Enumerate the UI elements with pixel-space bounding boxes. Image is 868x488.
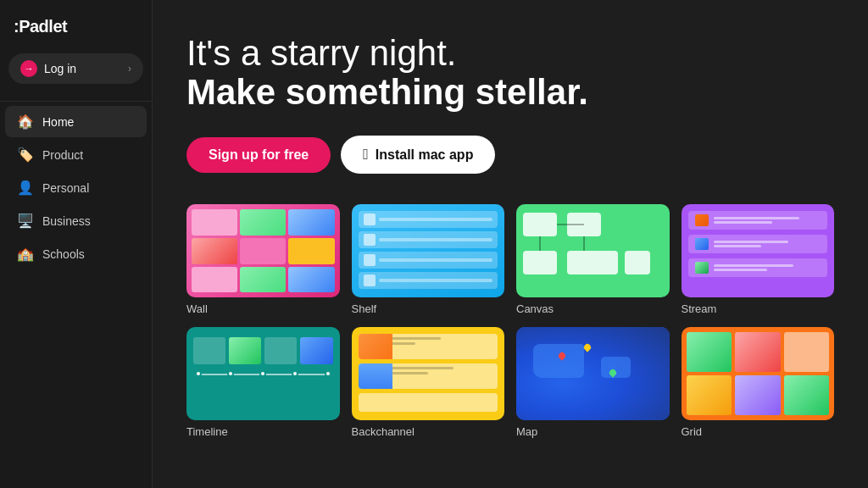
format-card-timeline[interactable]: Timeline xyxy=(186,327,340,438)
login-label: Log in xyxy=(44,62,76,75)
format-card-grid[interactable]: Grid xyxy=(682,327,835,438)
shelf-line xyxy=(379,238,493,241)
shelf-dot xyxy=(364,234,376,246)
formats-grid: Wall xyxy=(186,204,834,438)
format-card-backchannel[interactable]: Backchannel xyxy=(352,327,505,438)
login-button[interactable]: → Log in › xyxy=(8,53,143,84)
shelf-line xyxy=(379,218,493,221)
sidebar: :Padlet → Log in › 🏠 Home 🏷️ Product 👤 P… xyxy=(0,0,153,488)
product-icon: 🏷️ xyxy=(17,147,34,163)
format-card-canvas[interactable]: Canvas xyxy=(516,204,670,315)
chevron-right-icon: › xyxy=(128,63,131,75)
wall-cell xyxy=(240,267,286,293)
stream-thumbnail xyxy=(682,204,835,297)
format-card-stream[interactable]: Stream xyxy=(682,204,835,315)
stream-card xyxy=(688,211,828,230)
home-icon: 🏠 xyxy=(17,114,34,130)
format-label-stream: Stream xyxy=(682,302,835,315)
format-label-canvas: Canvas xyxy=(516,302,670,315)
logo: :Padlet xyxy=(0,10,152,50)
timeline-card xyxy=(229,337,261,364)
map-thumbnail xyxy=(516,327,670,420)
logo-text: :Padlet xyxy=(14,17,67,36)
stream-card xyxy=(688,235,828,253)
grid-cell xyxy=(784,332,830,372)
shelf-row xyxy=(359,272,498,289)
grid-cell xyxy=(687,375,732,415)
install-label: Install mac app xyxy=(376,147,474,163)
business-icon: 🖥️ xyxy=(17,213,34,229)
format-card-map[interactable]: Map xyxy=(516,327,670,438)
bc-img xyxy=(359,363,392,389)
nav-divider xyxy=(0,101,152,102)
timeline-card xyxy=(193,337,225,364)
shelf-row xyxy=(359,211,498,228)
timeline-dots xyxy=(195,370,331,377)
stream-text xyxy=(714,217,821,224)
bc-img xyxy=(359,334,392,359)
timeline-dot xyxy=(259,370,266,377)
timeline-dot xyxy=(195,370,202,377)
timeline-cards xyxy=(193,334,333,390)
wall-cell xyxy=(240,238,286,264)
timeline-dot xyxy=(325,370,331,377)
sidebar-item-home-label: Home xyxy=(42,115,74,129)
stream-img xyxy=(695,262,709,274)
sidebar-item-personal-label: Personal xyxy=(42,181,89,195)
shelf-line xyxy=(379,279,493,282)
timeline-card xyxy=(300,337,332,364)
sidebar-item-personal[interactable]: 👤 Personal xyxy=(5,172,147,203)
shelf-dot xyxy=(364,214,376,225)
format-label-grid: Grid xyxy=(682,425,835,438)
sidebar-item-schools[interactable]: 🏫 Schools xyxy=(5,238,147,269)
map-continent xyxy=(533,344,584,378)
canvas-thumbnail xyxy=(516,204,670,297)
sidebar-item-product-label: Product xyxy=(42,148,83,162)
shelf-row xyxy=(359,231,498,248)
wall-cell xyxy=(192,238,237,264)
timeline-dot xyxy=(227,370,234,377)
format-label-wall: Wall xyxy=(186,302,340,315)
timeline-card xyxy=(264,337,297,364)
format-label-backchannel: Backchannel xyxy=(352,425,505,438)
format-label-timeline: Timeline xyxy=(186,425,340,438)
format-card-shelf[interactable]: Shelf xyxy=(352,204,505,315)
stream-img xyxy=(695,214,709,226)
stream-text xyxy=(714,241,821,247)
bc-card xyxy=(359,393,498,412)
schools-icon: 🏫 xyxy=(17,246,34,262)
sidebar-item-business[interactable]: 🖥️ Business xyxy=(5,205,147,236)
install-button[interactable]:  Install mac app xyxy=(341,136,495,174)
stream-card xyxy=(688,258,828,277)
grid-cell xyxy=(735,375,781,415)
sidebar-item-product[interactable]: 🏷️ Product xyxy=(5,139,147,170)
stream-text xyxy=(714,264,821,271)
shelf-dot xyxy=(364,254,376,266)
bc-card xyxy=(359,334,498,359)
format-label-map: Map xyxy=(516,425,670,438)
stream-img xyxy=(695,238,709,250)
signup-button[interactable]: Sign up for free xyxy=(186,137,331,173)
hero-section: It's a starry night. Make something stel… xyxy=(186,34,834,112)
format-card-wall[interactable]: Wall xyxy=(186,204,340,315)
shelf-line xyxy=(379,258,493,262)
apple-icon:  xyxy=(363,146,369,164)
wall-cell xyxy=(192,267,237,293)
timeline-dot xyxy=(292,370,298,377)
wall-cell xyxy=(240,209,286,236)
hero-line1: It's a starry night. xyxy=(186,34,834,73)
shelf-row xyxy=(359,252,498,269)
sidebar-item-schools-label: Schools xyxy=(42,247,85,261)
cta-buttons: Sign up for free  Install mac app xyxy=(186,136,834,174)
backchannel-thumbnail xyxy=(352,327,505,420)
main-content: It's a starry night. Make something stel… xyxy=(153,0,868,488)
grid-thumbnail xyxy=(682,327,835,420)
hero-line2: Make something stellar. xyxy=(186,73,834,112)
login-icon: → xyxy=(20,60,37,77)
wall-thumbnail xyxy=(186,204,340,297)
wall-cell xyxy=(288,209,334,236)
grid-cell xyxy=(687,332,732,372)
sidebar-item-home[interactable]: 🏠 Home xyxy=(5,106,147,137)
canvas-connections xyxy=(516,204,670,297)
wall-cell xyxy=(288,238,334,264)
